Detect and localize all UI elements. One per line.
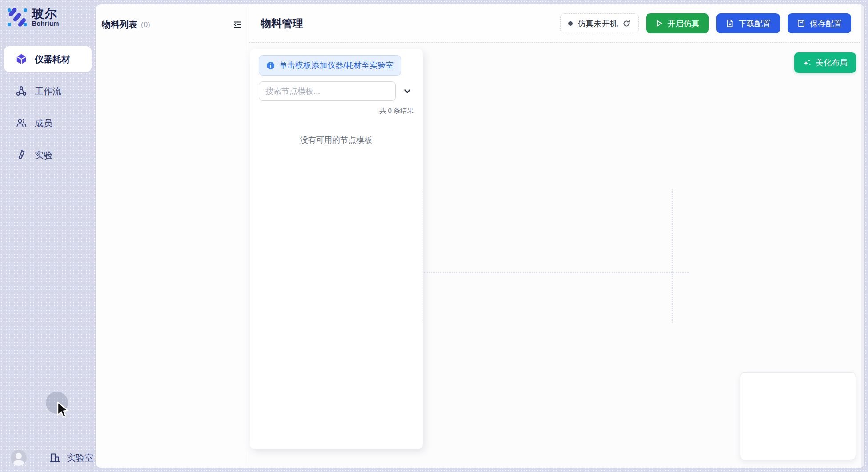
brand-title: 玻尔: [32, 8, 59, 20]
cube-icon: [16, 53, 27, 65]
sidebar-item-label: 仪器耗材: [35, 53, 70, 65]
empty-state-text: 没有可用的节点模板: [259, 135, 414, 145]
sidebar-item-experiment[interactable]: 实验: [4, 142, 92, 168]
workflow-icon: [16, 85, 27, 97]
material-list-title: 物料列表: [102, 19, 137, 31]
expand-filter-button[interactable]: [401, 85, 414, 97]
sparkles-icon: [803, 58, 812, 67]
vertical-scrollbar[interactable]: [861, 4, 864, 468]
page-title: 物料管理: [261, 16, 303, 31]
mouse-cursor: [56, 401, 71, 419]
lab-building-icon: [49, 452, 60, 464]
download-config-button[interactable]: 下载配置: [716, 13, 780, 33]
info-icon: [266, 61, 275, 70]
minimap-panel[interactable]: [740, 372, 856, 460]
guide-line-vertical: [672, 189, 673, 323]
save-config-button[interactable]: 保存配置: [788, 13, 851, 33]
material-list-count: (0): [141, 20, 150, 29]
refresh-icon[interactable]: [623, 20, 631, 28]
logo: 玻尔 Bohrium: [0, 0, 96, 28]
sidebar-item-label: 工作流: [35, 85, 61, 97]
layout-canvas[interactable]: 单击模板添加仪器/耗材至实验室 共 0 条结果 没有可用的节点模板: [249, 43, 864, 468]
guide-line-horizontal: [422, 272, 689, 273]
status-dot-icon: [568, 21, 573, 26]
save-bookmark-icon: [797, 19, 805, 28]
main-area: 物料管理 仿真未开机 开启仿真: [249, 4, 864, 468]
node-template-panel: 单击模板添加仪器/耗材至实验室 共 0 条结果 没有可用的节点模板: [250, 49, 423, 449]
main-header: 物料管理 仿真未开机 开启仿真: [249, 4, 864, 43]
result-count: 共 0 条结果: [259, 107, 414, 115]
sidebar-nav: 仪器耗材 工作流 成员: [0, 46, 96, 168]
sidebar: 玻尔 Bohrium 仪器耗材 工作流: [0, 0, 96, 472]
content-window: 物料列表 (0) 物料管理 仿真未开机: [96, 4, 864, 468]
chevron-down-icon: [403, 87, 412, 96]
sidebar-item-label: 实验: [35, 149, 52, 161]
sidebar-footer: 实验室: [0, 450, 96, 466]
start-simulation-button[interactable]: 开启仿真: [646, 13, 709, 33]
avatar[interactable]: [11, 450, 27, 466]
simulation-status-chip[interactable]: 仿真未开机: [560, 13, 639, 33]
sidebar-item-label: 成员: [35, 117, 52, 129]
collapse-list-icon: [233, 20, 242, 29]
test-tube-icon: [16, 149, 27, 161]
beautify-layout-button[interactable]: 美化布局: [794, 52, 856, 73]
info-banner-text: 单击模板添加仪器/耗材至实验室: [279, 60, 394, 71]
lab-label[interactable]: 实验室: [67, 452, 93, 464]
simulation-status-text: 仿真未开机: [578, 18, 618, 29]
material-list-panel: 物料列表 (0): [96, 4, 249, 468]
play-icon: [655, 20, 663, 27]
search-input[interactable]: [259, 81, 396, 101]
bohrium-logo-icon: [7, 7, 28, 28]
info-banner: 单击模板添加仪器/耗材至实验室: [259, 55, 401, 76]
sidebar-item-instruments[interactable]: 仪器耗材: [4, 46, 92, 72]
sidebar-item-members[interactable]: 成员: [4, 110, 92, 136]
file-download-icon: [726, 19, 734, 28]
sidebar-item-workflow[interactable]: 工作流: [4, 78, 92, 104]
members-icon: [16, 117, 27, 129]
collapse-panel-button[interactable]: [233, 20, 242, 29]
brand-subtitle: Bohrium: [32, 20, 59, 27]
